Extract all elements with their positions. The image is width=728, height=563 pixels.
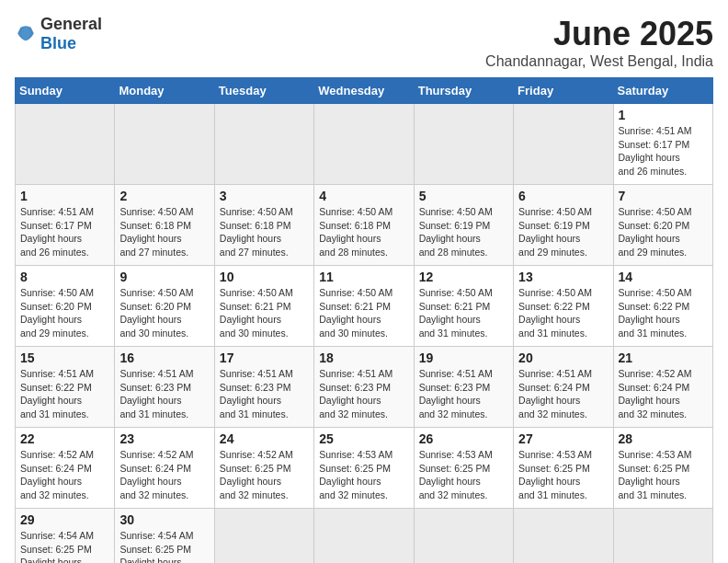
day-number: 17 — [220, 350, 309, 365]
day-info: Sunrise: 4:52 AMSunset: 6:24 PMDaylight … — [619, 368, 692, 419]
day-info: Sunrise: 4:53 AMSunset: 6:25 PMDaylight … — [419, 449, 493, 500]
logo-general: General — [40, 15, 102, 33]
page-header: General Blue June 2025 Chandannagar, Wes… — [15, 15, 713, 70]
calendar-cell: 26Sunrise: 4:53 AMSunset: 6:25 PMDayligh… — [414, 428, 513, 509]
calendar-cell: 2Sunrise: 4:50 AMSunset: 6:18 PMDaylight… — [115, 185, 214, 266]
day-info: Sunrise: 4:51 AMSunset: 6:23 PMDaylight … — [220, 368, 293, 419]
day-number: 5 — [419, 189, 508, 203]
day-number: 4 — [319, 189, 408, 203]
location-title: Chandannagar, West Bengal, India — [485, 53, 713, 70]
column-header-friday: Friday — [514, 78, 613, 104]
logo: General Blue — [15, 15, 102, 53]
calendar-cell — [414, 509, 513, 564]
calendar-cell: 16Sunrise: 4:51 AMSunset: 6:23 PMDayligh… — [115, 347, 214, 428]
calendar-cell: 5Sunrise: 4:50 AMSunset: 6:19 PMDaylight… — [414, 185, 513, 266]
day-info: Sunrise: 4:51 AMSunset: 6:23 PMDaylight … — [119, 368, 193, 419]
day-info: Sunrise: 4:50 AMSunset: 6:18 PMDaylight … — [319, 206, 392, 258]
day-info: Sunrise: 4:50 AMSunset: 6:19 PMDaylight … — [419, 206, 493, 258]
calendar-week-2: 8Sunrise: 4:50 AMSunset: 6:20 PMDaylight… — [16, 266, 713, 347]
day-info: Sunrise: 4:51 AMSunset: 6:17 PMDaylight … — [20, 206, 94, 258]
calendar-week-4: 22Sunrise: 4:52 AMSunset: 6:24 PMDayligh… — [16, 428, 713, 509]
day-info: Sunrise: 4:50 AMSunset: 6:22 PMDaylight … — [619, 287, 692, 339]
calendar-cell: 8Sunrise: 4:50 AMSunset: 6:20 PMDaylight… — [16, 266, 115, 347]
day-info: Sunrise: 4:50 AMSunset: 6:18 PMDaylight … — [119, 206, 193, 258]
day-number: 2 — [119, 189, 209, 203]
day-info: Sunrise: 4:50 AMSunset: 6:21 PMDaylight … — [419, 287, 493, 339]
day-info: Sunrise: 4:50 AMSunset: 6:20 PMDaylight … — [119, 287, 193, 339]
day-number: 20 — [518, 350, 608, 365]
day-number: 6 — [518, 189, 608, 203]
calendar-cell — [613, 509, 712, 564]
calendar-cell: 1Sunrise: 4:51 AMSunset: 6:17 PMDaylight… — [613, 104, 712, 185]
day-info: Sunrise: 4:52 AMSunset: 6:25 PMDaylight … — [220, 449, 293, 500]
calendar-cell: 19Sunrise: 4:51 AMSunset: 6:23 PMDayligh… — [414, 347, 513, 428]
calendar-cell: 10Sunrise: 4:50 AMSunset: 6:21 PMDayligh… — [214, 266, 313, 347]
calendar-cell — [314, 104, 414, 185]
day-number: 11 — [319, 270, 408, 284]
day-info: Sunrise: 4:50 AMSunset: 6:18 PMDaylight … — [220, 206, 293, 258]
day-number: 12 — [419, 270, 508, 284]
calendar-cell: 22Sunrise: 4:52 AMSunset: 6:24 PMDayligh… — [16, 428, 115, 509]
day-info: Sunrise: 4:54 AMSunset: 6:25 PMDaylight … — [20, 530, 94, 563]
logo-icon — [15, 23, 37, 45]
calendar-table: SundayMondayTuesdayWednesdayThursdayFrid… — [15, 77, 713, 563]
day-number: 24 — [220, 431, 309, 446]
calendar-cell: 11Sunrise: 4:50 AMSunset: 6:21 PMDayligh… — [314, 266, 414, 347]
day-number: 14 — [619, 270, 708, 284]
day-number: 26 — [419, 431, 508, 446]
day-info: Sunrise: 4:53 AMSunset: 6:25 PMDaylight … — [319, 449, 392, 500]
calendar-cell: 20Sunrise: 4:51 AMSunset: 6:24 PMDayligh… — [514, 347, 613, 428]
day-info: Sunrise: 4:50 AMSunset: 6:19 PMDaylight … — [518, 206, 592, 258]
day-number: 15 — [20, 350, 109, 365]
day-number: 25 — [319, 431, 408, 446]
calendar-cell: 9Sunrise: 4:50 AMSunset: 6:20 PMDaylight… — [115, 266, 214, 347]
calendar-cell: 14Sunrise: 4:50 AMSunset: 6:22 PMDayligh… — [613, 266, 712, 347]
day-info: Sunrise: 4:52 AMSunset: 6:24 PMDaylight … — [20, 449, 94, 500]
column-header-tuesday: Tuesday — [214, 78, 313, 104]
calendar-cell — [514, 509, 613, 564]
day-number: 1 — [20, 189, 109, 203]
calendar-cell: 12Sunrise: 4:50 AMSunset: 6:21 PMDayligh… — [414, 266, 513, 347]
calendar-cell: 13Sunrise: 4:50 AMSunset: 6:22 PMDayligh… — [514, 266, 613, 347]
calendar-cell: 3Sunrise: 4:50 AMSunset: 6:18 PMDaylight… — [214, 185, 313, 266]
calendar-cell: 18Sunrise: 4:51 AMSunset: 6:23 PMDayligh… — [314, 347, 414, 428]
day-number: 13 — [518, 270, 608, 284]
day-number: 28 — [619, 431, 708, 446]
calendar-week-5: 29Sunrise: 4:54 AMSunset: 6:25 PMDayligh… — [16, 509, 713, 564]
day-number: 9 — [119, 270, 209, 284]
calendar-week-1: 1Sunrise: 4:51 AMSunset: 6:17 PMDaylight… — [16, 185, 713, 266]
calendar-cell: 27Sunrise: 4:53 AMSunset: 6:25 PMDayligh… — [514, 428, 613, 509]
day-number: 10 — [220, 270, 309, 284]
day-info: Sunrise: 4:53 AMSunset: 6:25 PMDaylight … — [518, 449, 592, 500]
calendar-cell: 7Sunrise: 4:50 AMSunset: 6:20 PMDaylight… — [613, 185, 712, 266]
day-info: Sunrise: 4:51 AMSunset: 6:23 PMDaylight … — [419, 368, 493, 419]
day-number: 1 — [619, 108, 708, 122]
calendar-cell: 21Sunrise: 4:52 AMSunset: 6:24 PMDayligh… — [613, 347, 712, 428]
day-info: Sunrise: 4:51 AMSunset: 6:17 PMDaylight … — [619, 125, 692, 177]
calendar-cell: 1Sunrise: 4:51 AMSunset: 6:17 PMDaylight… — [16, 185, 115, 266]
day-number: 3 — [220, 189, 309, 203]
calendar-week-0: 1Sunrise: 4:51 AMSunset: 6:17 PMDaylight… — [16, 104, 713, 185]
calendar-cell — [214, 509, 313, 564]
calendar-cell: 24Sunrise: 4:52 AMSunset: 6:25 PMDayligh… — [214, 428, 313, 509]
calendar-header-row: SundayMondayTuesdayWednesdayThursdayFrid… — [16, 78, 713, 104]
calendar-cell — [514, 104, 613, 185]
column-header-saturday: Saturday — [613, 78, 712, 104]
title-area: June 2025 Chandannagar, West Bengal, Ind… — [485, 15, 713, 70]
day-number: 27 — [518, 431, 608, 446]
calendar-cell: 28Sunrise: 4:53 AMSunset: 6:25 PMDayligh… — [613, 428, 712, 509]
calendar-cell: 29Sunrise: 4:54 AMSunset: 6:25 PMDayligh… — [16, 509, 115, 564]
day-info: Sunrise: 4:51 AMSunset: 6:22 PMDaylight … — [20, 368, 94, 419]
day-number: 21 — [619, 350, 708, 365]
column-header-thursday: Thursday — [414, 78, 513, 104]
day-info: Sunrise: 4:50 AMSunset: 6:21 PMDaylight … — [220, 287, 293, 339]
day-number: 7 — [619, 189, 708, 203]
calendar-cell: 4Sunrise: 4:50 AMSunset: 6:18 PMDaylight… — [314, 185, 414, 266]
day-number: 22 — [20, 431, 109, 446]
calendar-cell — [16, 104, 115, 185]
day-info: Sunrise: 4:51 AMSunset: 6:23 PMDaylight … — [319, 368, 392, 419]
logo-blue: Blue — [40, 34, 76, 52]
day-info: Sunrise: 4:50 AMSunset: 6:20 PMDaylight … — [20, 287, 94, 339]
calendar-cell — [314, 509, 414, 564]
day-info: Sunrise: 4:52 AMSunset: 6:24 PMDaylight … — [119, 449, 193, 500]
